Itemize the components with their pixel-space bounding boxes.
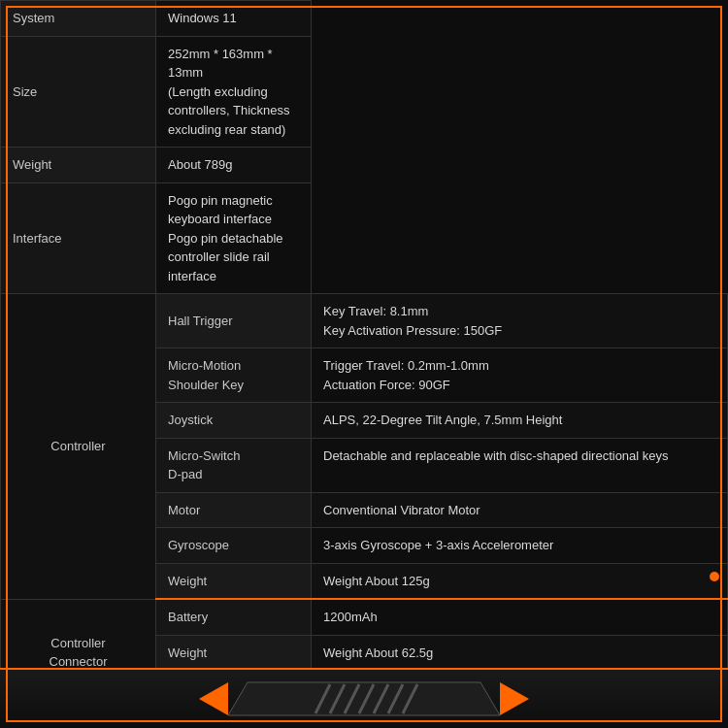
- label-cell: Micro-MotionShoulder Key: [156, 348, 312, 403]
- label-cell: Hall Trigger: [156, 294, 312, 348]
- table-row: ControllerConnector Battery 1200mAh: [1, 599, 728, 635]
- category-cell-controller: Controller: [1, 294, 156, 600]
- table-row: Interface Pogo pin magnetic keyboard int…: [1, 182, 728, 294]
- label-cell: System: [1, 1, 156, 37]
- table-row: Controller Hall Trigger Key Travel: 8.1m…: [1, 294, 728, 348]
- label-cell: Weight: [156, 635, 312, 671]
- orange-indicator: [710, 572, 719, 581]
- value-cell: Detachable and replaceable with disc-sha…: [312, 438, 728, 492]
- label-cell: Size: [1, 36, 156, 148]
- label-cell: Interface: [1, 182, 156, 294]
- table-row: Size 252mm * 163mm * 13mm(Length excludi…: [1, 36, 728, 148]
- value-cell: 252mm * 163mm * 13mm(Length excluding co…: [156, 36, 312, 148]
- value-cell: Conventional Vibrator Motor: [312, 492, 728, 528]
- value-cell: ALPS, 22-Degree Tilt Angle, 7.5mm Height: [312, 403, 728, 439]
- label-cell: Motor: [156, 492, 312, 528]
- value-cell: Weight About 125g: [312, 563, 728, 599]
- value-cell: 1200mAh: [312, 599, 728, 635]
- label-cell: Battery: [156, 599, 312, 635]
- value-cell: Windows 11: [156, 1, 312, 37]
- table-row: Weight About 789g: [1, 148, 728, 183]
- page-wrapper: System Windows 11 Size 252mm * 163mm * 1…: [0, 0, 728, 728]
- orange-separator: [0, 668, 728, 670]
- value-cell: Key Travel: 8.1mmKey Activation Pressure…: [312, 294, 728, 348]
- label-cell: Gyroscope: [156, 528, 312, 564]
- value-cell: About 789g: [156, 148, 312, 183]
- label-cell: Weight: [156, 563, 312, 599]
- bottom-decor: [0, 670, 728, 728]
- specs-table: System Windows 11 Size 252mm * 163mm * 1…: [0, 0, 728, 707]
- value-cell: Weight About 62.5g: [312, 635, 728, 671]
- value-cell: 3-axis Gyroscope + 3-axis Accelerometer: [312, 528, 728, 564]
- label-cell: Weight: [1, 148, 156, 183]
- value-cell: Trigger Travel: 0.2mm-1.0mmActuation For…: [312, 348, 728, 403]
- label-cell: Joystick: [156, 403, 312, 439]
- right-triangle-icon: [500, 682, 529, 715]
- value-cell: Pogo pin magnetic keyboard interfacePogo…: [156, 182, 312, 294]
- left-triangle-icon: [199, 682, 228, 715]
- center-trapezoid: [228, 682, 500, 715]
- bottom-decoration-svg: [170, 675, 558, 723]
- label-cell: Micro-SwitchD-pad: [156, 438, 312, 492]
- table-row: System Windows 11: [1, 1, 728, 37]
